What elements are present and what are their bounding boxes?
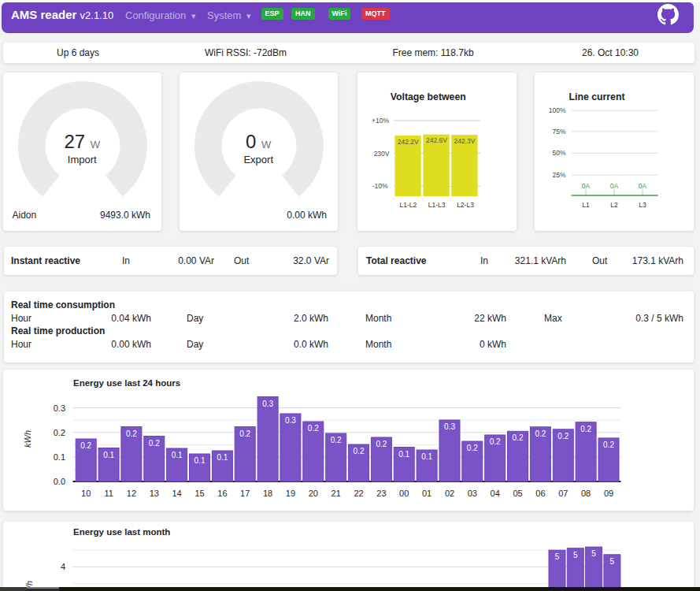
svg-text:0A: 0A	[582, 182, 591, 190]
svg-text:04: 04	[491, 489, 500, 498]
svg-text:0.2: 0.2	[80, 441, 91, 450]
svg-text:0.3: 0.3	[262, 400, 273, 408]
svg-text:19: 19	[286, 489, 295, 498]
svg-text:0.2: 0.2	[331, 436, 342, 444]
svg-text:L3: L3	[639, 201, 646, 209]
svg-text:0.2: 0.2	[149, 439, 160, 448]
svg-text:0.1: 0.1	[421, 452, 432, 461]
svg-text:0.3: 0.3	[444, 422, 455, 431]
svg-text:23: 23	[376, 489, 386, 498]
svg-text:0.1: 0.1	[54, 452, 65, 462]
svg-text:0.1: 0.1	[194, 456, 206, 465]
svg-text:+10%: +10%	[372, 117, 389, 125]
svg-text:0.2: 0.2	[513, 433, 524, 442]
svg-text:0.2: 0.2	[354, 447, 365, 455]
svg-text:18: 18	[263, 489, 272, 498]
svg-text:08: 08	[581, 489, 591, 498]
svg-text:0.2: 0.2	[535, 429, 546, 438]
svg-text:75%: 75%	[552, 128, 565, 136]
svg-text:17: 17	[240, 489, 250, 498]
svg-text:03: 03	[468, 489, 477, 498]
svg-text:0.2: 0.2	[54, 428, 65, 437]
svg-text:L1-L2: L1-L2	[399, 201, 417, 209]
svg-text:10: 10	[81, 489, 91, 498]
svg-text:0A: 0A	[610, 182, 619, 190]
svg-text:230V: 230V	[374, 150, 390, 158]
svg-text:kWh: kWh	[23, 430, 32, 448]
svg-text:5: 5	[555, 552, 560, 561]
svg-text:14: 14	[172, 489, 181, 498]
svg-text:0.2: 0.2	[126, 429, 137, 438]
svg-text:242.2V: 242.2V	[398, 138, 419, 146]
svg-text:L2-L3: L2-L3	[457, 201, 474, 209]
svg-text:16: 16	[217, 489, 227, 498]
svg-text:09: 09	[604, 489, 613, 498]
svg-text:5: 5	[591, 549, 596, 558]
svg-text:06: 06	[535, 489, 545, 498]
svg-text:20: 20	[309, 489, 318, 498]
svg-text:11: 11	[104, 489, 113, 498]
svg-text:242.3V: 242.3V	[454, 137, 476, 145]
svg-text:100%: 100%	[549, 106, 566, 114]
svg-text:L1: L1	[582, 201, 590, 209]
svg-text:0.0: 0.0	[54, 477, 65, 486]
svg-text:02: 02	[445, 489, 454, 498]
svg-text:0.2: 0.2	[603, 440, 614, 449]
svg-text:-10%: -10%	[372, 182, 388, 190]
svg-text:0.3: 0.3	[54, 403, 65, 413]
svg-text:22: 22	[354, 489, 363, 498]
svg-text:00: 00	[399, 489, 409, 498]
svg-text:0.1: 0.1	[103, 451, 114, 459]
svg-text:0A: 0A	[639, 182, 647, 190]
svg-text:0.2: 0.2	[376, 440, 387, 448]
svg-text:L1-L3: L1-L3	[428, 201, 446, 209]
svg-text:0.2: 0.2	[308, 424, 319, 433]
svg-text:05: 05	[513, 489, 522, 498]
svg-text:0.2: 0.2	[239, 429, 250, 438]
svg-text:12: 12	[127, 489, 136, 498]
svg-text:13: 13	[150, 489, 159, 498]
svg-text:0.2: 0.2	[467, 444, 478, 452]
svg-text:0.2: 0.2	[490, 437, 501, 446]
svg-text:25%: 25%	[552, 171, 565, 179]
svg-text:07: 07	[558, 489, 568, 498]
svg-text:5: 5	[610, 557, 615, 566]
svg-text:0.3: 0.3	[285, 416, 296, 425]
svg-text:242.6V: 242.6V	[426, 136, 447, 144]
svg-text:L2: L2	[610, 201, 618, 209]
svg-text:0.2: 0.2	[557, 432, 569, 440]
svg-text:0.2: 0.2	[580, 425, 591, 433]
svg-text:01: 01	[422, 489, 431, 498]
svg-text:4: 4	[61, 562, 65, 571]
svg-text:5: 5	[573, 551, 578, 559]
svg-text:50%: 50%	[552, 149, 565, 157]
svg-text:21: 21	[331, 489, 341, 498]
svg-text:0.1: 0.1	[217, 453, 228, 462]
svg-text:0.1: 0.1	[172, 451, 183, 459]
svg-text:0.1: 0.1	[398, 450, 409, 459]
svg-text:15: 15	[194, 489, 204, 498]
